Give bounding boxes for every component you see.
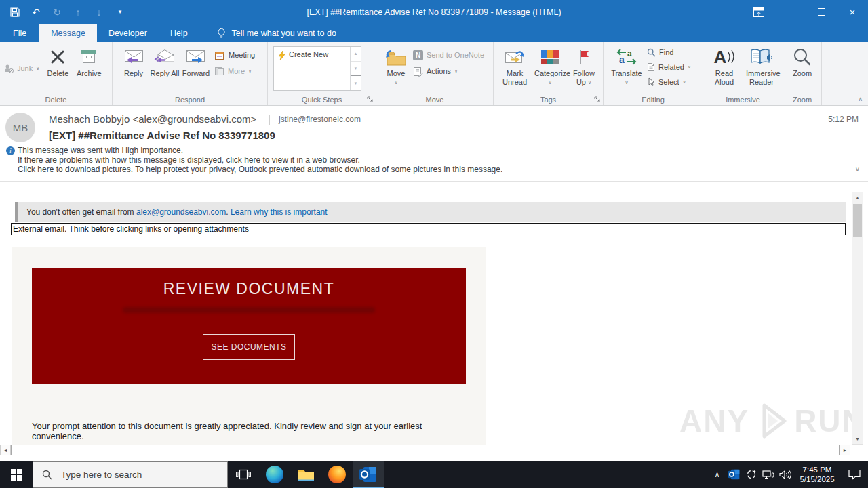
sender-line[interactable]: Meshach Bobbyjo <alex@groundseabvi.com> bbox=[49, 113, 256, 125]
quick-steps-scroll: ▲ ▼ ▼ bbox=[350, 47, 361, 90]
avatar[interactable]: MB bbox=[5, 113, 35, 142]
reply-button[interactable]: Reply bbox=[118, 42, 149, 78]
see-documents-button[interactable]: SEE DOCUMENTS bbox=[203, 334, 295, 360]
edge-taskbar-icon[interactable] bbox=[259, 461, 290, 488]
tab-help[interactable]: Help bbox=[159, 24, 199, 42]
taskbar: ∧ 7:45 PM 5/15/2025 bbox=[0, 461, 868, 488]
tray-update-icon[interactable] bbox=[743, 461, 760, 488]
quick-steps-scroll-up-icon[interactable]: ▲ bbox=[351, 47, 361, 61]
related-button[interactable]: Related∨ bbox=[647, 61, 691, 73]
immersive-reader-button[interactable]: Immersive Reader bbox=[741, 42, 782, 87]
infobar-line-web-browser[interactable]: If there are problems with how this mess… bbox=[18, 155, 360, 165]
volume-icon[interactable] bbox=[776, 461, 793, 488]
meeting-button[interactable]: Meeting bbox=[214, 49, 255, 61]
tab-developer[interactable]: Developer bbox=[97, 24, 159, 42]
action-center-icon[interactable] bbox=[841, 461, 868, 488]
ribbon-display-options-button[interactable] bbox=[743, 0, 774, 24]
customize-qat-icon[interactable]: ▾ bbox=[115, 7, 125, 18]
horizontal-scrollbar-thumb[interactable] bbox=[11, 445, 840, 455]
tray-outlook-icon[interactable] bbox=[726, 461, 743, 488]
taskbar-clock[interactable]: 7:45 PM 5/15/2025 bbox=[793, 465, 841, 484]
task-view-button[interactable] bbox=[228, 461, 259, 488]
forward-button[interactable]: Forward bbox=[180, 42, 212, 78]
start-button[interactable] bbox=[0, 461, 33, 488]
scroll-left-icon[interactable]: ◄ bbox=[0, 445, 11, 455]
categorize-button[interactable]: Categorize ∨ bbox=[532, 42, 568, 87]
search-input[interactable] bbox=[60, 469, 212, 481]
tray-collapse-icon[interactable]: ∧ bbox=[709, 461, 726, 488]
group-label-immersive: Immersive bbox=[703, 96, 783, 104]
zoom-button[interactable]: Zoom bbox=[787, 42, 818, 78]
svg-text:a: a bbox=[627, 49, 632, 58]
categorize-icon bbox=[541, 45, 559, 69]
hidden-text-artifact bbox=[123, 307, 374, 313]
scroll-down-icon[interactable]: ▼ bbox=[852, 434, 863, 444]
previous-item-icon[interactable]: ↑ bbox=[73, 7, 83, 18]
safety-tip-separator: . bbox=[226, 207, 231, 217]
network-icon[interactable] bbox=[760, 461, 776, 488]
reply-all-button[interactable]: Reply All bbox=[149, 42, 180, 78]
ribbon-group-editing: aa Translate∨ Find Related∨ bbox=[604, 42, 703, 105]
send-to-onenote-button[interactable]: N Send to OneNote bbox=[413, 49, 484, 61]
first-contact-safety-tip: You don't often get email from alex@grou… bbox=[15, 202, 846, 222]
redo-icon[interactable]: ↻ bbox=[52, 7, 62, 18]
scroll-right-icon[interactable]: ► bbox=[840, 445, 850, 455]
horizontal-scrollbar[interactable]: ◄ ► bbox=[0, 445, 850, 455]
more-respond-button[interactable]: More∨ bbox=[214, 65, 255, 77]
header-separator bbox=[269, 115, 270, 125]
ribbon-group-quick-steps: Create New ▲ ▼ ▼ Quick Steps bbox=[268, 42, 376, 105]
tab-message[interactable]: Message bbox=[39, 24, 97, 42]
group-label-editing: Editing bbox=[604, 96, 703, 104]
translate-icon: aa bbox=[616, 45, 637, 69]
watermark-text-left: ANY bbox=[679, 403, 749, 439]
tell-me-box[interactable]: Tell me what you want to do bbox=[217, 24, 336, 42]
quick-steps-more-icon[interactable]: ▼ bbox=[351, 75, 361, 90]
create-new-quick-step[interactable]: Create New bbox=[289, 50, 328, 58]
quick-steps-dialog-launcher-icon[interactable] bbox=[367, 96, 374, 103]
outlook-taskbar-icon[interactable] bbox=[353, 461, 384, 488]
translate-button[interactable]: aa Translate∨ bbox=[609, 42, 644, 87]
save-icon[interactable] bbox=[9, 7, 20, 18]
firefox-taskbar-icon[interactable] bbox=[321, 461, 353, 488]
close-button[interactable]: × bbox=[837, 0, 868, 24]
infobar-line-download-pictures[interactable]: Click here to download pictures. To help… bbox=[18, 165, 502, 174]
restore-button[interactable] bbox=[806, 0, 837, 24]
tab-file[interactable]: File bbox=[0, 24, 39, 42]
ribbon-group-delete: Junk∨ Delete Archive Delete bbox=[0, 42, 113, 105]
quick-steps-scroll-down-icon[interactable]: ▼ bbox=[351, 61, 361, 76]
taskbar-search[interactable] bbox=[33, 461, 228, 488]
expand-header-icon[interactable]: ∨ bbox=[855, 165, 860, 173]
vertical-scrollbar-thumb[interactable] bbox=[853, 204, 862, 237]
find-button[interactable]: Find bbox=[647, 46, 691, 58]
learn-why-link[interactable]: Learn why this is important bbox=[231, 207, 328, 217]
move-button[interactable]: Move∨ bbox=[380, 42, 412, 87]
read-aloud-button[interactable]: A Read Aloud bbox=[707, 42, 741, 87]
scroll-up-icon[interactable]: ▲ bbox=[852, 192, 863, 203]
follow-up-flag-icon bbox=[578, 45, 590, 69]
collapse-ribbon-icon[interactable]: ∧ bbox=[858, 96, 863, 102]
follow-up-button[interactable]: Follow Up ∨ bbox=[568, 42, 599, 87]
file-explorer-taskbar-icon[interactable] bbox=[290, 461, 321, 488]
delete-button[interactable]: Delete bbox=[42, 42, 73, 78]
group-label-quick-steps: Quick Steps bbox=[268, 96, 376, 104]
junk-button[interactable]: Junk∨ bbox=[4, 62, 39, 75]
recipient-address[interactable]: jstine@firestonelc.com bbox=[279, 115, 361, 124]
ribbon-group-immersive: A Read Aloud Immersive Reader Immersive bbox=[703, 42, 783, 105]
undo-icon[interactable]: ↶ bbox=[31, 7, 41, 18]
meeting-icon bbox=[214, 50, 225, 60]
zoom-icon bbox=[793, 45, 812, 69]
vertical-scrollbar[interactable]: ▲ ▼ bbox=[852, 192, 863, 445]
forward-icon bbox=[185, 45, 207, 69]
minimize-button[interactable] bbox=[774, 0, 806, 24]
sender-address-link[interactable]: alex@groundseabvi.com bbox=[136, 207, 226, 217]
next-item-icon[interactable]: ↓ bbox=[94, 7, 104, 18]
select-button[interactable]: Select∨ bbox=[647, 76, 691, 88]
mark-unread-button[interactable]: Mark Unread bbox=[498, 42, 532, 87]
clock-time: 7:45 PM bbox=[793, 465, 841, 474]
actions-button[interactable]: Actions∨ bbox=[413, 65, 484, 77]
group-label-delete: Delete bbox=[0, 96, 112, 104]
tags-dialog-launcher-icon[interactable] bbox=[594, 96, 601, 103]
archive-button[interactable]: Archive bbox=[73, 42, 104, 78]
move-icon bbox=[384, 45, 408, 69]
archive-icon bbox=[80, 45, 98, 69]
